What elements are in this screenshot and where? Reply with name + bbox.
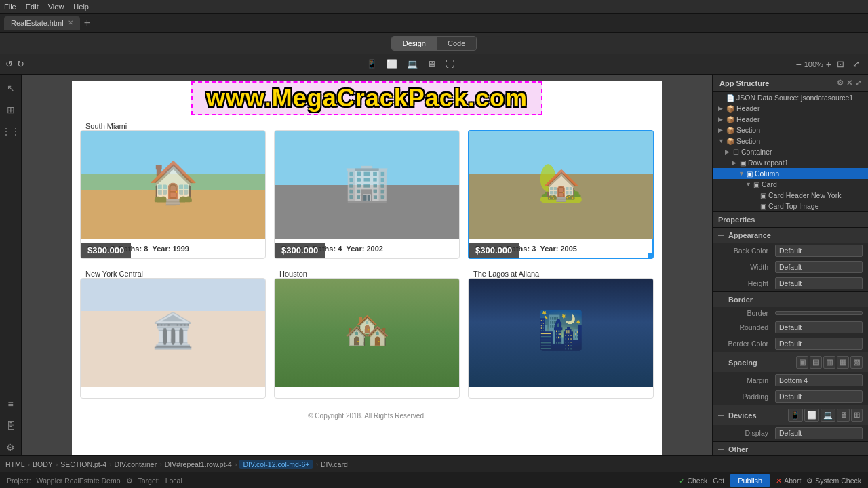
tab-close-button[interactable]: ✕ xyxy=(68,19,73,26)
breadcrumb-col[interactable]: DIV.col-12.col-md-6+ xyxy=(239,460,313,469)
breadcrumb-container[interactable]: DIV.container xyxy=(115,460,157,468)
check-icon: ✓ xyxy=(679,476,685,485)
other-header[interactable]: — Other xyxy=(713,441,868,455)
new-tab-button[interactable]: + xyxy=(84,18,90,28)
tree-item-header2[interactable]: ▶ 📦 Header xyxy=(713,114,868,125)
rounded-value[interactable]: Default xyxy=(775,321,863,333)
pointer-icon[interactable]: ↖ xyxy=(4,80,18,96)
file-tab[interactable]: RealEstate.html ✕ xyxy=(4,16,80,30)
device-icon-2[interactable]: ⬜ xyxy=(804,409,819,422)
card-item-5[interactable]: Houston xyxy=(274,267,460,399)
spacing-icon-2[interactable]: ▤ xyxy=(810,356,822,369)
menu-bar: File Edit View Help xyxy=(0,0,868,14)
device-icon-3[interactable]: 💻 xyxy=(821,409,835,422)
tree-item-column[interactable]: ▼ ▣ Column xyxy=(713,168,868,179)
desktop-icon[interactable]: 🖥 xyxy=(425,58,439,70)
get-button[interactable]: Get xyxy=(713,476,724,485)
device-icon-4[interactable]: 🖥 xyxy=(837,409,850,422)
card-item-6[interactable]: The Lagos at Aliana xyxy=(468,267,654,399)
tree-item-section1[interactable]: ▶ 📦 Section xyxy=(713,125,868,136)
grid-icon[interactable]: ⋮⋮ xyxy=(0,123,23,140)
devices-header[interactable]: — Devices 📱 ⬜ 💻 🖥 ⊞ xyxy=(713,405,868,425)
tree-label-card-top-image: Card Top Image xyxy=(768,202,819,210)
margin-value[interactable]: Bottom 4 xyxy=(775,374,863,386)
back-color-value[interactable]: Default xyxy=(775,245,863,257)
breadcrumb-repeat[interactable]: DIV#repeat1.row.pt-4 xyxy=(165,460,232,468)
design-button[interactable]: Design xyxy=(392,37,437,50)
card-item-2[interactable]: $300.000 Beds: 5 Baths: 4 Year: 2002 xyxy=(274,119,460,259)
check-button[interactable]: ✓ Check xyxy=(679,476,707,485)
tree-item-card-top-image[interactable]: ▣ Card Top Image xyxy=(713,201,868,211)
property-card-1: $300.000 Beds: 7 Baths: 8 Year: 1999 xyxy=(80,130,266,259)
database-icon[interactable]: 🗄 xyxy=(3,418,18,434)
spacing-icon-1[interactable]: ▣ xyxy=(796,356,808,369)
component-icon[interactable]: ⊞ xyxy=(4,102,18,118)
display-value[interactable]: Default xyxy=(775,427,863,439)
tree-item-row-repeat[interactable]: ▶ ▣ Row repeat1 xyxy=(713,157,868,168)
border-header[interactable]: — Border xyxy=(713,291,868,307)
breadcrumb-section[interactable]: SECTION.pt-4 xyxy=(60,460,106,468)
fullscreen-icon[interactable]: ⛶ xyxy=(443,58,457,70)
device-icon-1[interactable]: 📱 xyxy=(788,409,803,422)
tree-item-card[interactable]: ▼ ▣ Card xyxy=(713,179,868,190)
border-color-label: Border Color xyxy=(718,340,772,348)
card-item-3[interactable]: J $300.000 Beds: 2 Baths: 3 Year: 2005 +… xyxy=(468,119,654,259)
layers-icon[interactable]: ≡ xyxy=(5,396,16,412)
status-right: ✓ Check Get Publish ✕ Abort ⚙ System Che… xyxy=(679,474,861,487)
ast-close-icon[interactable]: ✕ xyxy=(846,79,852,87)
menu-help[interactable]: Help xyxy=(73,3,89,11)
expand-icon[interactable]: ⤢ xyxy=(850,58,863,70)
breadcrumb-card[interactable]: DIV.card xyxy=(321,460,348,468)
menu-file[interactable]: File xyxy=(4,3,16,11)
canvas-area[interactable]: www.MegaCrackPack.com South Miami $300.0… xyxy=(22,75,712,455)
laptop-icon[interactable]: 💻 xyxy=(404,58,420,70)
other-toggle-icon: — xyxy=(718,446,724,453)
refresh-icon[interactable]: ↺ xyxy=(5,59,13,69)
ast-settings-icon[interactable]: ⚙ xyxy=(837,79,844,87)
device-icon-5[interactable]: ⊞ xyxy=(851,409,863,422)
col-handle-right[interactable]: ◁ xyxy=(648,253,654,259)
publish-button[interactable]: Publish xyxy=(730,474,770,487)
property-card-3: J $300.000 Beds: 2 Baths: 3 Year: 2005 +… xyxy=(468,130,654,259)
tree-item-json[interactable]: 📄 JSON Data Source: jsondatasource1 xyxy=(713,92,868,103)
canvas-inner: www.MegaCrackPack.com South Miami $300.0… xyxy=(72,81,662,455)
settings-icon[interactable]: ⚙ xyxy=(3,439,18,455)
spacing-header[interactable]: — Spacing ▣ ▤ ▥ ▦ ▧ xyxy=(713,352,868,372)
devices-icons: 📱 ⬜ 💻 🖥 ⊞ xyxy=(788,409,863,422)
reload-icon[interactable]: ↻ xyxy=(17,59,24,69)
tablet-icon[interactable]: ⬜ xyxy=(384,58,400,70)
tree-item-container[interactable]: ▶ ☐ Container xyxy=(713,146,868,157)
breadcrumb-body[interactable]: BODY xyxy=(33,460,53,468)
system-check-button[interactable]: ⚙ System Check xyxy=(806,476,861,485)
menu-edit[interactable]: Edit xyxy=(26,3,39,11)
fit-icon[interactable]: ⊡ xyxy=(834,58,847,70)
breadcrumb-html[interactable]: HTML xyxy=(5,460,25,468)
spacing-icon-5[interactable]: ▧ xyxy=(850,356,863,369)
card-item-4[interactable]: New York Central xyxy=(80,267,266,399)
ast-expand-icon[interactable]: ⤢ xyxy=(855,79,861,87)
zoom-out-button[interactable]: − xyxy=(795,59,801,70)
code-button[interactable]: Code xyxy=(437,37,476,50)
tree-item-card-header[interactable]: ▣ Card Header New York xyxy=(713,190,868,201)
border-prop-value[interactable] xyxy=(775,311,863,315)
col-handle-bottom[interactable]: + xyxy=(555,258,566,259)
properties-header[interactable]: Properties xyxy=(713,211,868,227)
tree-item-section2[interactable]: ▼ 📦 Section xyxy=(713,136,868,146)
card-top-image-icon: ▣ xyxy=(760,203,766,210)
settings-status-icon[interactable]: ⚙ xyxy=(126,476,133,485)
target-value: Local xyxy=(165,476,182,485)
device-icons: 📱 ⬜ 💻 🖥 ⛶ xyxy=(363,58,457,70)
height-value[interactable]: Default xyxy=(775,277,863,289)
tree-item-header1[interactable]: ▶ 📦 Header xyxy=(713,103,868,114)
spacing-icon-4[interactable]: ▦ xyxy=(837,356,849,369)
abort-button[interactable]: ✕ Abort xyxy=(776,476,801,485)
padding-value[interactable]: Default xyxy=(775,390,863,403)
spacing-icon-3[interactable]: ▥ xyxy=(823,356,835,369)
menu-view[interactable]: View xyxy=(48,3,64,11)
phone-icon[interactable]: 📱 xyxy=(363,58,380,70)
zoom-in-button[interactable]: + xyxy=(826,59,831,70)
card-item-1[interactable]: South Miami $300.000 Beds: 7 Baths: 8 Ye… xyxy=(80,119,266,259)
appearance-header[interactable]: — Appearance xyxy=(713,227,868,243)
border-color-value[interactable]: Default xyxy=(775,338,863,350)
width-value[interactable]: Default xyxy=(775,261,863,273)
